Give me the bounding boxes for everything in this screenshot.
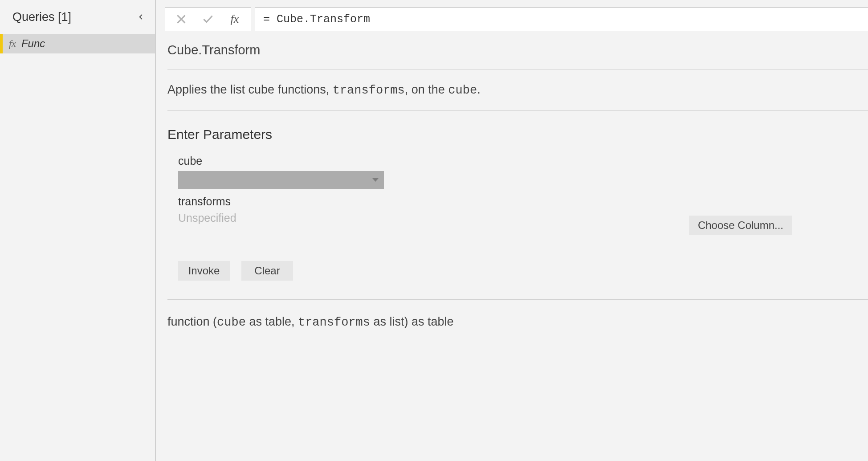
collapse-sidebar-button[interactable]	[134, 10, 148, 24]
query-item-func[interactable]: fx Func	[0, 34, 155, 53]
function-content: Cube.Transform Applies the list cube fun…	[156, 31, 868, 329]
sidebar-title: Queries [1]	[12, 10, 71, 24]
desc-code-transforms: transforms	[333, 84, 405, 97]
queries-sidebar: Queries [1] fx Func	[0, 0, 156, 461]
query-item-label: Func	[21, 37, 45, 50]
chevron-down-icon	[372, 178, 379, 182]
fx-button[interactable]: fx	[221, 8, 248, 31]
fx-icon: fx	[9, 38, 16, 49]
desc-text: , on the	[405, 83, 448, 96]
desc-text: .	[477, 83, 481, 96]
sig-text: as table,	[246, 315, 298, 328]
main-panel: fx Cube.Transform Applies the list cube …	[156, 0, 868, 461]
sig-text: as list) as table	[370, 315, 454, 328]
sig-param-cube: cube	[217, 316, 246, 329]
chevron-left-icon	[137, 13, 145, 21]
param-cube-dropdown[interactable]	[178, 171, 384, 189]
x-icon	[175, 13, 187, 25]
cancel-formula-button[interactable]	[168, 8, 195, 31]
param-transforms-label: transforms	[178, 195, 868, 208]
formula-bar-controls: fx	[165, 7, 251, 31]
desc-code-cube: cube	[448, 84, 477, 97]
sig-text: function (	[167, 315, 217, 328]
function-signature: function (cube as table, transforms as l…	[167, 315, 868, 329]
sig-param-transforms: transforms	[298, 316, 370, 329]
function-description: Applies the list cube functions, transfo…	[167, 69, 868, 111]
invoke-button[interactable]: Invoke	[178, 261, 230, 281]
formula-input[interactable]	[255, 7, 868, 31]
check-icon	[202, 13, 214, 25]
parameters-heading: Enter Parameters	[167, 127, 868, 142]
formula-bar: fx	[156, 0, 868, 31]
accept-formula-button[interactable]	[195, 8, 221, 31]
function-name: Cube.Transform	[167, 43, 868, 69]
action-buttons: Invoke Clear	[178, 261, 868, 281]
param-cube-label: cube	[178, 155, 868, 167]
param-transforms-value: Unspecified	[178, 212, 868, 224]
clear-button[interactable]: Clear	[241, 261, 293, 281]
divider	[167, 299, 868, 300]
app-root: Queries [1] fx Func fx Cube.Tr	[0, 0, 868, 461]
sidebar-header: Queries [1]	[0, 0, 155, 34]
desc-text: Applies the list cube functions,	[167, 83, 333, 96]
param-cube: cube	[178, 155, 868, 189]
param-transforms: transforms Unspecified	[178, 195, 868, 224]
